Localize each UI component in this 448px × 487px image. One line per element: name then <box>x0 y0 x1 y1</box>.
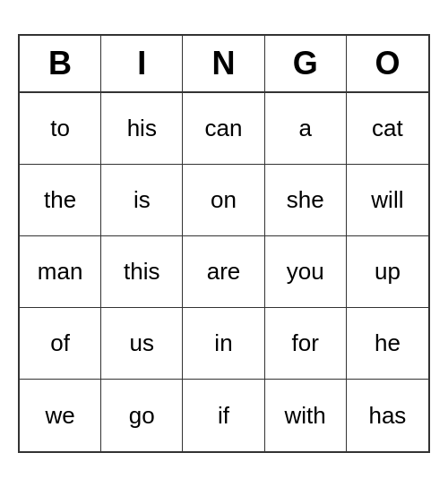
bingo-cell-23[interactable]: with <box>265 380 347 451</box>
bingo-cell-6[interactable]: is <box>101 165 183 236</box>
bingo-grid: tohiscanacattheisonshewillmanthisareyouu… <box>20 93 428 451</box>
header-letter-g: G <box>265 36 347 91</box>
header-letter-b: B <box>20 36 101 91</box>
bingo-cell-9[interactable]: will <box>347 165 428 236</box>
header-letter-n: N <box>183 36 264 91</box>
bingo-cell-3[interactable]: a <box>265 93 347 165</box>
bingo-cell-18[interactable]: for <box>265 308 347 380</box>
bingo-cell-14[interactable]: up <box>347 236 428 308</box>
bingo-cell-11[interactable]: this <box>101 236 183 308</box>
bingo-header: BINGO <box>20 36 428 93</box>
bingo-cell-8[interactable]: she <box>265 165 347 236</box>
bingo-cell-19[interactable]: he <box>347 308 428 380</box>
bingo-cell-12[interactable]: are <box>183 236 264 308</box>
bingo-cell-16[interactable]: us <box>101 308 183 380</box>
bingo-cell-21[interactable]: go <box>101 380 183 451</box>
bingo-cell-22[interactable]: if <box>183 380 264 451</box>
bingo-cell-20[interactable]: we <box>20 380 101 451</box>
bingo-cell-2[interactable]: can <box>183 93 264 165</box>
bingo-cell-1[interactable]: his <box>101 93 183 165</box>
bingo-cell-15[interactable]: of <box>20 308 101 380</box>
header-letter-i: I <box>101 36 183 91</box>
bingo-cell-4[interactable]: cat <box>347 93 428 165</box>
bingo-cell-7[interactable]: on <box>183 165 264 236</box>
bingo-cell-13[interactable]: you <box>265 236 347 308</box>
bingo-cell-10[interactable]: man <box>20 236 101 308</box>
bingo-cell-0[interactable]: to <box>20 93 101 165</box>
bingo-card: BINGO tohiscanacattheisonshewillmanthisa… <box>18 34 430 453</box>
bingo-cell-17[interactable]: in <box>183 308 264 380</box>
header-letter-o: O <box>347 36 428 91</box>
bingo-cell-24[interactable]: has <box>347 380 428 451</box>
bingo-cell-5[interactable]: the <box>20 165 101 236</box>
